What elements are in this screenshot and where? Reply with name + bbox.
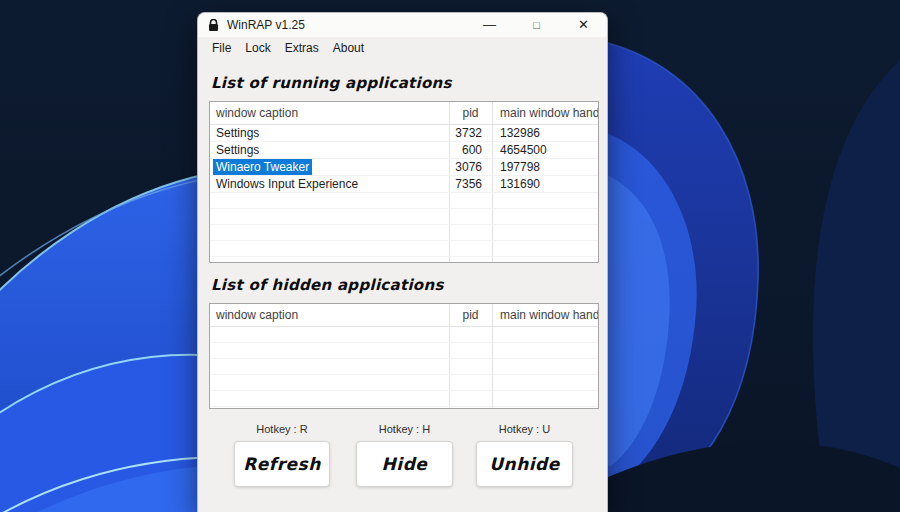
running-apps-header: window caption pid main window handle — [210, 102, 598, 125]
unhide-action-group: Hotkey : U Unhide — [476, 423, 573, 487]
empty-rows-area — [210, 327, 598, 409]
column-header-pid[interactable]: pid — [449, 304, 492, 326]
hidden-apps-header: window caption pid main window handle — [210, 304, 598, 327]
window-title: WinRAP v1.25 — [227, 18, 305, 32]
empty-rows-area — [210, 193, 598, 263]
cell-main-window-handle: 197798 — [492, 159, 598, 175]
cell-main-window-handle: 131690 — [492, 176, 598, 192]
cell-window-caption: Winaero Tweaker — [210, 159, 449, 175]
lock-icon — [208, 19, 220, 32]
column-header-main-window-handle[interactable]: main window handle — [492, 102, 598, 124]
window-controls: — □ ✕ — [466, 13, 607, 37]
refresh-button[interactable]: Refresh — [234, 441, 330, 487]
cell-window-caption: Settings — [210, 142, 449, 158]
unhide-button[interactable]: Unhide — [476, 441, 573, 487]
maximize-button[interactable]: □ — [513, 13, 560, 37]
hidden-apps-list[interactable]: window caption pid main window handle — [209, 303, 599, 409]
refresh-hotkey-label: Hotkey : R — [234, 423, 330, 437]
column-header-main-window-handle[interactable]: main window handle — [492, 304, 598, 326]
menubar: File Lock Extras About — [198, 37, 607, 60]
winrap-window: WinRAP v1.25 — □ ✕ File Lock Extras Abou… — [197, 12, 608, 512]
table-row[interactable]: Settings 3732 132986 — [210, 125, 598, 142]
hidden-apps-title: List of hidden applications — [211, 276, 444, 294]
cell-window-caption: Settings — [210, 125, 449, 141]
titlebar[interactable]: WinRAP v1.25 — □ ✕ — [198, 13, 607, 37]
hide-hotkey-label: Hotkey : H — [356, 423, 453, 437]
column-header-window-caption[interactable]: window caption — [210, 102, 449, 124]
menu-lock[interactable]: Lock — [238, 37, 277, 60]
column-header-pid[interactable]: pid — [449, 102, 492, 124]
menu-about[interactable]: About — [326, 37, 371, 60]
hide-action-group: Hotkey : H Hide — [356, 423, 453, 487]
menu-extras[interactable]: Extras — [278, 37, 326, 60]
hide-button[interactable]: Hide — [356, 441, 453, 487]
cell-pid: 3076 — [449, 159, 492, 175]
menu-file[interactable]: File — [205, 37, 238, 60]
selection-highlight: Winaero Tweaker — [213, 159, 312, 175]
cell-main-window-handle: 4654500 — [492, 142, 598, 158]
running-apps-title: List of running applications — [211, 74, 452, 92]
cell-pid: 7356 — [449, 176, 492, 192]
close-button[interactable]: ✕ — [560, 13, 607, 37]
minimize-button[interactable]: — — [466, 13, 513, 37]
cell-main-window-handle: 132986 — [492, 125, 598, 141]
table-row[interactable]: Settings 600 4654500 — [210, 142, 598, 159]
unhide-hotkey-label: Hotkey : U — [476, 423, 573, 437]
running-apps-list[interactable]: window caption pid main window handle Se… — [209, 101, 599, 263]
cell-pid: 3732 — [449, 125, 492, 141]
column-header-window-caption[interactable]: window caption — [210, 304, 449, 326]
refresh-action-group: Hotkey : R Refresh — [234, 423, 330, 487]
cell-pid: 600 — [449, 142, 492, 158]
cell-window-caption: Windows Input Experience — [210, 176, 449, 192]
table-row[interactable]: Windows Input Experience 7356 131690 — [210, 176, 598, 193]
table-row-selected[interactable]: Winaero Tweaker 3076 197798 — [210, 159, 598, 176]
